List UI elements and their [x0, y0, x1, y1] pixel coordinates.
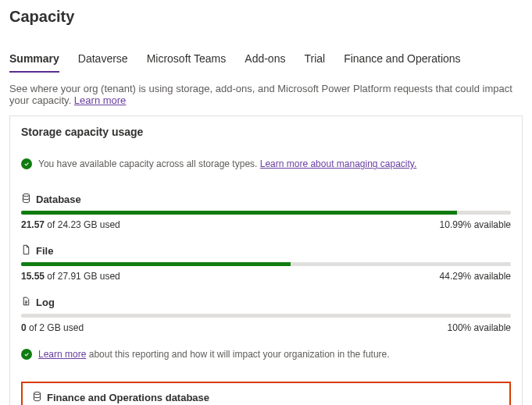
learn-more-link[interactable]: Learn more: [74, 94, 126, 106]
file-icon: [21, 244, 31, 258]
tab-finance-and-operations[interactable]: Finance and Operations: [344, 48, 460, 73]
usage-available-text: 10.99% available: [440, 219, 511, 230]
usage-item-database: Database21.57 of 24.23 GB used10.99% ava…: [21, 193, 511, 230]
status-row: You have available capacity across all s…: [21, 158, 511, 169]
manage-capacity-link[interactable]: Learn more about managing capacity.: [260, 158, 417, 169]
info-text: about this reporting and how it will imp…: [86, 349, 389, 360]
usage-used-text: 21.57 of 24.23 GB used: [21, 219, 120, 230]
log-icon: [21, 296, 31, 309]
usage-bar: [21, 211, 511, 215]
status-text: You have available capacity across all s…: [38, 158, 416, 169]
reporting-learn-more-link[interactable]: Learn more: [38, 349, 86, 360]
tab-microsoft-teams[interactable]: Microsoft Teams: [147, 48, 227, 73]
tab-bar: SummaryDataverseMicrosoft TeamsAdd-onsTr…: [9, 48, 523, 73]
card-title: Storage capacity usage: [21, 126, 511, 138]
db-icon: [21, 193, 31, 206]
usage-item-header: Database: [21, 193, 511, 206]
usage-item-name: File: [36, 245, 53, 257]
usage-item-header: File: [21, 244, 511, 258]
finance-ops-highlight: Finance and Operations database2.34 of 2…: [21, 382, 511, 405]
usage-bar: [21, 314, 511, 318]
tab-trial[interactable]: Trial: [304, 48, 325, 73]
page-description: See where your org (tenant) is using sto…: [9, 83, 523, 106]
svg-point-0: [23, 194, 29, 196]
svg-point-1: [34, 392, 40, 394]
usage-bar-fill: [21, 211, 457, 215]
usage-item-name: Database: [36, 194, 81, 205]
tab-add-ons[interactable]: Add-ons: [245, 48, 285, 73]
page-title: Capacity: [9, 8, 523, 26]
usage-used-text: 0 of 2 GB used: [21, 322, 84, 333]
usage-used-text: 15.55 of 27.91 GB used: [21, 271, 120, 282]
usage-item-name: Log: [36, 297, 55, 308]
usage-available-text: 100% available: [448, 322, 511, 333]
storage-usage-card: Storage capacity usage You have availabl…: [9, 115, 523, 405]
usage-available-text: 44.29% available: [440, 271, 511, 282]
usage-item-finance-and-operations-database: Finance and Operations database2.34 of 2…: [32, 391, 500, 405]
usage-bar: [21, 262, 511, 266]
check-circle-icon: [21, 349, 32, 360]
usage-bar-fill: [21, 262, 291, 266]
usage-item-log: Log0 of 2 GB used100% available: [21, 296, 511, 333]
tab-dataverse[interactable]: Dataverse: [78, 48, 128, 73]
usage-item-file: File15.55 of 27.91 GB used44.29% availab…: [21, 244, 511, 282]
usage-item-name: Finance and Operations database: [47, 392, 209, 403]
db-icon: [32, 391, 42, 404]
info-row: Learn more about this reporting and how …: [21, 349, 511, 360]
usage-item-header: Finance and Operations database: [32, 391, 500, 404]
usage-item-header: Log: [21, 296, 511, 309]
tab-summary[interactable]: Summary: [9, 48, 59, 73]
check-circle-icon: [21, 158, 32, 169]
